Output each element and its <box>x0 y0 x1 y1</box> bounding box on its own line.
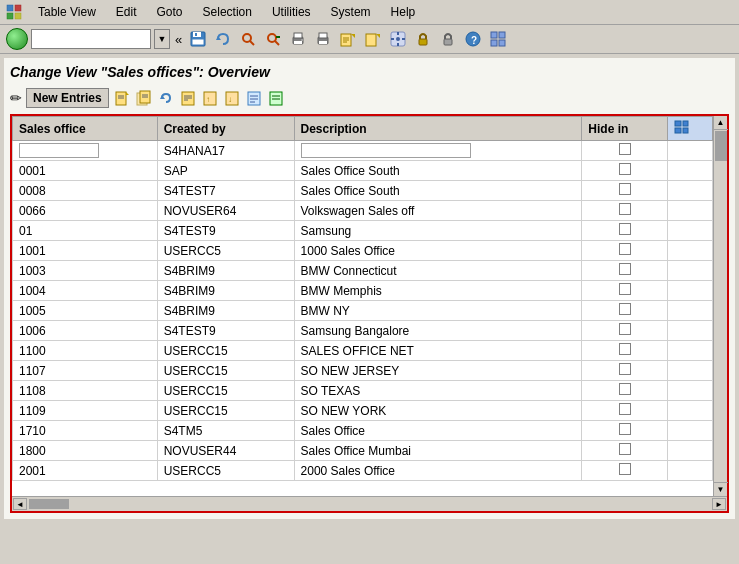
cell-created-by: S4TEST7 <box>157 181 294 201</box>
scroll-left-button[interactable]: ◄ <box>13 498 27 510</box>
export-button[interactable] <box>337 28 359 50</box>
cell-description: Sales Office South <box>294 161 582 181</box>
checkbox-hide-in[interactable] <box>619 183 631 195</box>
action-icon-5[interactable]: ↓ <box>223 89 241 107</box>
action-icon-3[interactable] <box>179 89 197 107</box>
new-row-description-input[interactable] <box>301 143 471 158</box>
cell-hide-in <box>582 401 668 421</box>
scroll-right-button[interactable]: ► <box>712 498 726 510</box>
cell-created-by: S4BRIM9 <box>157 301 294 321</box>
menu-table-view[interactable]: Table View <box>34 3 100 21</box>
action-icon-7[interactable] <box>267 89 285 107</box>
cell-description: SO NEW JERSEY <box>294 361 582 381</box>
svg-text:↓: ↓ <box>228 95 232 104</box>
new-row-sales-office[interactable] <box>13 141 158 161</box>
action-icon-6[interactable] <box>245 89 263 107</box>
cell-description: BMW NY <box>294 301 582 321</box>
find-next-button[interactable] <box>262 28 284 50</box>
cell-sales-office: 01 <box>13 221 158 241</box>
checkbox-hide-in[interactable] <box>619 403 631 415</box>
content-area: Change View "Sales offices": Overview ✏ … <box>4 58 735 519</box>
cell-icon <box>667 221 712 241</box>
checkbox-hide-in[interactable] <box>619 203 631 215</box>
table-row: 0066NOVUSER64Volkswagen Sales off <box>13 201 713 221</box>
help-button[interactable]: ? <box>462 28 484 50</box>
cell-icon <box>667 301 712 321</box>
cell-icon <box>667 441 712 461</box>
cell-hide-in <box>582 181 668 201</box>
checkbox-hide-in[interactable] <box>619 363 631 375</box>
menu-edit[interactable]: Edit <box>112 3 141 21</box>
checkbox-hide-in[interactable] <box>619 263 631 275</box>
cell-icon <box>667 381 712 401</box>
action-icon-2[interactable] <box>135 89 153 107</box>
undo-button[interactable] <box>212 28 234 50</box>
new-entries-button[interactable]: New Entries <box>26 88 109 108</box>
command-input[interactable] <box>31 29 151 49</box>
svg-rect-6 <box>195 33 197 36</box>
checkbox-hide-in[interactable] <box>619 443 631 455</box>
table-row: 1800NOVUSER44Sales Office Mumbai <box>13 441 713 461</box>
nav-left-arrows[interactable]: « <box>173 32 184 47</box>
print-button[interactable] <box>287 28 309 50</box>
export2-button[interactable] <box>362 28 384 50</box>
settings-button[interactable] <box>387 28 409 50</box>
lock2-button[interactable] <box>437 28 459 50</box>
cell-sales-office: 0008 <box>13 181 158 201</box>
cell-hide-in <box>582 441 668 461</box>
cell-icon <box>667 401 712 421</box>
col-header-sales-office: Sales office <box>13 117 158 141</box>
action-icon-undo[interactable] <box>157 89 175 107</box>
col-header-hide-in: Hide in <box>582 117 668 141</box>
action-icon-4[interactable]: ↑ <box>201 89 219 107</box>
svg-rect-39 <box>499 32 505 38</box>
svg-rect-35 <box>444 39 452 45</box>
menu-goto[interactable]: Goto <box>153 3 187 21</box>
scroll-thumb-v[interactable] <box>715 131 727 161</box>
menu-help[interactable]: Help <box>387 3 420 21</box>
menu-selection[interactable]: Selection <box>199 3 256 21</box>
cell-created-by: USERCC15 <box>157 401 294 421</box>
new-row-description[interactable] <box>294 141 582 161</box>
menu-utilities[interactable]: Utilities <box>268 3 315 21</box>
svg-rect-30 <box>397 32 399 35</box>
command-dropdown[interactable]: ▼ <box>154 29 170 49</box>
cell-sales-office: 1710 <box>13 421 158 441</box>
cell-sales-office: 0066 <box>13 201 158 221</box>
lock-button[interactable] <box>412 28 434 50</box>
cell-sales-office: 2001 <box>13 461 158 481</box>
cell-description: BMW Memphis <box>294 281 582 301</box>
cell-sales-office: 1800 <box>13 441 158 461</box>
new-row-sales-office-input[interactable] <box>19 143 99 158</box>
cell-icon <box>667 181 712 201</box>
print2-button[interactable] <box>312 28 334 50</box>
checkbox-hide-in[interactable] <box>619 423 631 435</box>
checkbox-hide-in[interactable] <box>619 283 631 295</box>
save-button[interactable] <box>187 28 209 50</box>
table-row: 1004S4BRIM9BMW Memphis <box>13 281 713 301</box>
menu-system[interactable]: System <box>327 3 375 21</box>
cell-created-by: USERCC5 <box>157 461 294 481</box>
find-button[interactable] <box>237 28 259 50</box>
checkbox-hide-in[interactable] <box>619 303 631 315</box>
action-icon-1[interactable] <box>113 89 131 107</box>
scroll-down-button[interactable]: ▼ <box>714 482 728 496</box>
checkbox-hide-in[interactable] <box>619 343 631 355</box>
cell-sales-office: 1100 <box>13 341 158 361</box>
cell-created-by: USERCC15 <box>157 381 294 401</box>
scroll-thumb-h[interactable] <box>29 499 69 509</box>
cell-hide-in <box>582 341 668 361</box>
new-row-checkbox[interactable] <box>619 143 631 155</box>
checkbox-hide-in[interactable] <box>619 463 631 475</box>
checkbox-hide-in[interactable] <box>619 323 631 335</box>
checkbox-hide-in[interactable] <box>619 163 631 175</box>
grid-button[interactable] <box>487 28 509 50</box>
cell-sales-office: 1001 <box>13 241 158 261</box>
checkbox-hide-in[interactable] <box>619 223 631 235</box>
scroll-up-button[interactable]: ▲ <box>714 116 728 130</box>
cell-icon <box>667 281 712 301</box>
cell-icon <box>667 201 712 221</box>
checkbox-hide-in[interactable] <box>619 383 631 395</box>
checkbox-hide-in[interactable] <box>619 243 631 255</box>
cell-created-by: USERCC15 <box>157 361 294 381</box>
